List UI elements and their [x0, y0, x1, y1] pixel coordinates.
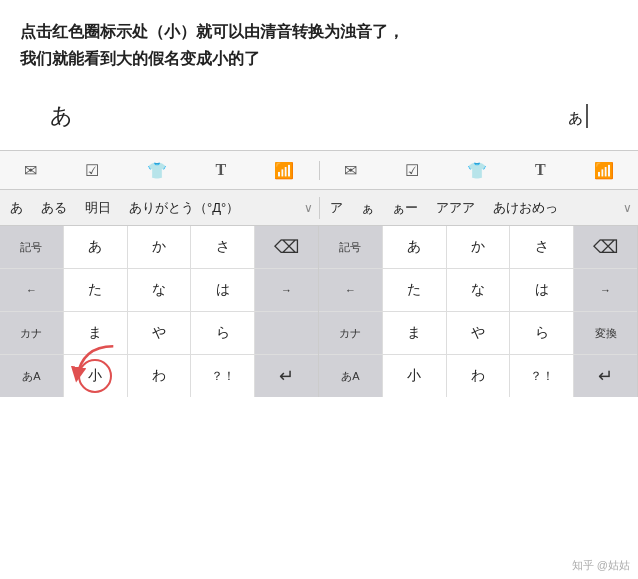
chevron-left[interactable]: ∨	[304, 201, 313, 215]
shirt-icon[interactable]: 👕	[147, 161, 167, 180]
key-ya-l[interactable]: や	[128, 312, 192, 354]
key-sa-r[interactable]: さ	[510, 226, 574, 268]
key-right-r[interactable]: →	[574, 269, 637, 311]
key-ma-r[interactable]: ま	[383, 312, 447, 354]
kb-left-row1: 記号 あ か さ ⌫	[0, 226, 318, 269]
key-ma-l[interactable]: ま	[64, 312, 128, 354]
suggestion-r5[interactable]: あけおめっ	[489, 197, 562, 219]
key-wa-r[interactable]: わ	[447, 355, 511, 397]
suggestion-r4[interactable]: アアア	[432, 197, 479, 219]
key-punct-r[interactable]: ？！	[510, 355, 574, 397]
key-backspace-l[interactable]: ⌫	[255, 226, 318, 268]
preview-area: あ ぁ	[0, 82, 638, 150]
key-small-l[interactable]: 小	[64, 355, 128, 397]
kb-right-row4: あA 小 わ ？！ ↵	[319, 355, 637, 397]
key-enter-l[interactable]: ↵	[255, 355, 318, 397]
key-ka-r[interactable]: か	[447, 226, 511, 268]
key-henkan-r[interactable]: 変換	[574, 312, 637, 354]
suggestion-r2[interactable]: ぁ	[357, 197, 378, 219]
key-wa-l[interactable]: わ	[128, 355, 192, 397]
kb-right-row2: ← た な は →	[319, 269, 637, 312]
key-ra-l[interactable]: ら	[191, 312, 255, 354]
key-kana-l[interactable]: カナ	[0, 312, 64, 354]
keyboards-container: 記号 あ か さ ⌫ ← た な は → カナ ま や ら あA 小 わ	[0, 226, 638, 397]
suggestion-r1[interactable]: ア	[326, 197, 347, 219]
chevron-right[interactable]: ∨	[623, 201, 632, 215]
char-left: あ	[50, 101, 73, 131]
text-icon[interactable]: T	[216, 161, 227, 179]
toolbar-left: ✉ ☑ 👕 T 📶	[0, 161, 320, 180]
suggestion-3[interactable]: 明日	[81, 197, 115, 219]
toolbar-right: ✉ ☑ 👕 T 📶	[320, 161, 639, 180]
small-circle: 小	[78, 359, 112, 393]
key-backspace-r[interactable]: ⌫	[574, 226, 637, 268]
key-a-l[interactable]: あ	[64, 226, 128, 268]
suggestions-right: ア ぁ ぁー アアア あけおめっ ∨	[320, 197, 639, 219]
key-kisho-l[interactable]: 記号	[0, 226, 64, 268]
kb-right-row3: カナ ま や ら 変換	[319, 312, 637, 355]
key-aa-r[interactable]: あA	[319, 355, 383, 397]
key-ta-l[interactable]: た	[64, 269, 128, 311]
keyboard-right: 記号 あ か さ ⌫ ← た な は → カナ ま や ら 変換 あA 小 わ …	[319, 226, 638, 397]
kb-left-row3: カナ ま や ら	[0, 312, 318, 355]
kb-left-row4: あA 小 わ ？！ ↵	[0, 355, 318, 397]
check-icon2[interactable]: ☑	[405, 161, 419, 180]
suggestion-2[interactable]: ある	[37, 197, 71, 219]
mail-icon2[interactable]: ✉	[344, 161, 357, 180]
key-ka-l[interactable]: か	[128, 226, 192, 268]
shirt-icon2[interactable]: 👕	[467, 161, 487, 180]
explanation-text: 点击红色圈标示处（小）就可以由清音转换为浊音了， 我们就能看到大的假名变成小的了	[0, 0, 638, 82]
key-ha-r[interactable]: は	[510, 269, 574, 311]
suggestion-r3[interactable]: ぁー	[388, 197, 422, 219]
suggestion-1[interactable]: あ	[6, 197, 27, 219]
signal-icon2[interactable]: 📶	[594, 161, 614, 180]
key-right-l[interactable]: →	[255, 269, 318, 311]
key-empty-l	[255, 312, 318, 354]
mail-icon[interactable]: ✉	[24, 161, 37, 180]
key-small-r[interactable]: 小	[383, 355, 447, 397]
kb-right-row1: 記号 あ か さ ⌫	[319, 226, 637, 269]
key-aa-l[interactable]: あA	[0, 355, 64, 397]
key-na-r[interactable]: な	[447, 269, 511, 311]
key-left-l[interactable]: ←	[0, 269, 64, 311]
key-sa-l[interactable]: さ	[191, 226, 255, 268]
key-ta-r[interactable]: た	[383, 269, 447, 311]
signal-icon[interactable]: 📶	[274, 161, 294, 180]
key-enter-r[interactable]: ↵	[574, 355, 637, 397]
watermark: 知乎 @姑姑	[572, 558, 630, 573]
text-line1: 点击红色圈标示处（小）就可以由清音转换为浊音了，	[20, 18, 618, 45]
key-kisho-r[interactable]: 記号	[319, 226, 383, 268]
keyboard-left: 記号 あ か さ ⌫ ← た な は → カナ ま や ら あA 小 わ	[0, 226, 319, 397]
char-right: ぁ	[566, 104, 588, 128]
text-line2: 我们就能看到大的假名变成小的了	[20, 45, 618, 72]
check-icon[interactable]: ☑	[85, 161, 99, 180]
key-ya-r[interactable]: や	[447, 312, 511, 354]
key-na-l[interactable]: な	[128, 269, 192, 311]
text-icon2[interactable]: T	[535, 161, 546, 179]
key-left-r[interactable]: ←	[319, 269, 383, 311]
suggestions-row: あ ある 明日 ありがとう（°Д°） ∨ ア ぁ ぁー アアア あけおめっ ∨	[0, 190, 638, 226]
key-punct-l[interactable]: ？！	[191, 355, 255, 397]
key-ra-r[interactable]: ら	[510, 312, 574, 354]
suggestion-4[interactable]: ありがとう（°Д°）	[125, 197, 243, 219]
key-a-r[interactable]: あ	[383, 226, 447, 268]
key-ha-l[interactable]: は	[191, 269, 255, 311]
kb-left-row2: ← た な は →	[0, 269, 318, 312]
key-kana-r[interactable]: カナ	[319, 312, 383, 354]
suggestions-left: あ ある 明日 ありがとう（°Д°） ∨	[0, 197, 320, 219]
toolbar: ✉ ☑ 👕 T 📶 ✉ ☑ 👕 T 📶	[0, 150, 638, 190]
